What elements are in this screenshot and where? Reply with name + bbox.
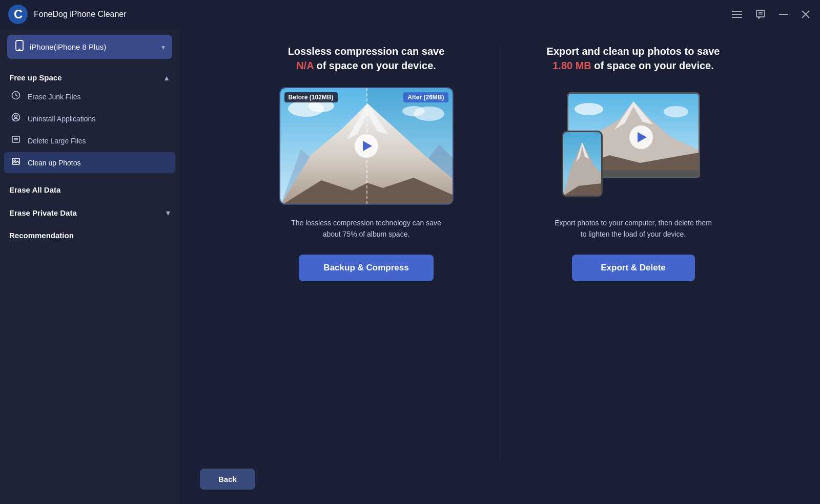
play-button[interactable]	[355, 134, 378, 158]
minimize-button[interactable]	[777, 12, 790, 17]
card-export-delete: Export and clean up photos to save 1.80 …	[521, 44, 746, 281]
sidebar-item-delete-large-label: Delete Large Files	[28, 137, 86, 145]
section-recommendation-title: Recommendation	[9, 231, 74, 240]
device-name: iPhone(iPhone 8 Plus)	[30, 43, 161, 51]
device-icon	[14, 40, 25, 54]
svg-text:C: C	[14, 7, 23, 21]
device-mockup-container	[546, 87, 721, 205]
phone-mockup	[562, 131, 603, 197]
section-free-up-space: Free up Space ▲ Erase Junk Files	[0, 67, 179, 174]
section-free-up-space-title: Free up Space	[9, 73, 62, 82]
close-button[interactable]	[799, 8, 812, 20]
right-card-title: Export and clean up photos to save 1.80 …	[547, 44, 720, 73]
sidebar: iPhone(iPhone 8 Plus) ▾ Free up Space ▲ …	[0, 29, 179, 504]
left-title-part2: of space on your device.	[316, 60, 436, 71]
chat-button[interactable]	[753, 7, 768, 22]
main-content: Lossless compression can save N/A of spa…	[179, 29, 820, 504]
list-icon	[10, 135, 22, 146]
photo-icon	[10, 157, 22, 169]
section-free-up-space-arrow: ▲	[163, 74, 170, 82]
cards-row: Lossless compression can save N/A of spa…	[200, 44, 799, 461]
export-delete-button[interactable]: Export & Delete	[572, 255, 695, 281]
sidebar-item-erase-junk-label: Erase Junk Files	[28, 93, 80, 101]
phone-mountain-svg	[563, 132, 601, 196]
sidebar-item-erase-junk[interactable]: Erase Junk Files	[4, 86, 175, 107]
play-triangle-icon	[363, 141, 372, 151]
app-title: FoneDog iPhone Cleaner	[34, 10, 127, 19]
after-label: After (26MB)	[403, 92, 448, 102]
sidebar-section-erase-private[interactable]: Erase Private Data ▾	[0, 201, 179, 222]
svg-point-15	[15, 115, 17, 118]
phone-screen	[563, 132, 601, 196]
device-selector[interactable]: iPhone(iPhone 8 Plus) ▾	[7, 35, 172, 59]
svg-point-37	[664, 106, 688, 117]
right-play-triangle-icon	[638, 132, 647, 142]
svg-rect-16	[12, 136, 19, 142]
left-title-highlight: N/A	[296, 60, 314, 71]
person-circle-icon	[10, 113, 22, 124]
section-erase-private-arrow: ▾	[166, 208, 170, 218]
svg-point-36	[575, 103, 603, 115]
sidebar-item-clean-photos-label: Clean up Photos	[28, 159, 81, 167]
left-card-title: Lossless compression can save N/A of spa…	[288, 44, 445, 73]
sidebar-item-uninstall-label: Uninstall Applications	[28, 115, 95, 123]
card-divider	[500, 44, 500, 461]
device-selector-chevron: ▾	[161, 43, 165, 51]
card-backup-compress: Lossless compression can save N/A of spa…	[254, 44, 479, 281]
compression-image: Before (102MB) After (26MB)	[279, 87, 454, 205]
menu-button[interactable]	[730, 8, 744, 20]
right-title-part2: of space on your device.	[594, 60, 713, 71]
left-title-part1: Lossless compression can save	[288, 46, 445, 57]
before-label: Before (102MB)	[284, 92, 338, 102]
backup-compress-button[interactable]: Backup & Compress	[299, 255, 433, 281]
right-title-highlight: 1.80 MB	[552, 60, 591, 71]
back-button[interactable]: Back	[200, 469, 255, 490]
svg-point-31	[402, 106, 425, 116]
left-card-description: The lossless compression technology can …	[284, 217, 448, 240]
title-bar: C FoneDog iPhone Cleaner	[0, 0, 820, 29]
right-title-part1: Export and clean up photos to save	[547, 46, 720, 57]
sidebar-item-uninstall-apps[interactable]: Uninstall Applications	[4, 108, 175, 129]
right-card-description: Export photos to your computer, then del…	[551, 217, 715, 240]
app-logo: C	[8, 5, 28, 24]
app-body: iPhone(iPhone 8 Plus) ▾ Free up Space ▲ …	[0, 29, 820, 504]
window-controls	[730, 7, 812, 22]
sidebar-item-clean-photos[interactable]: Clean up Photos	[4, 152, 175, 173]
svg-rect-19	[12, 158, 19, 164]
sidebar-item-delete-large[interactable]: Delete Large Files	[4, 130, 175, 151]
section-erase-private-title: Erase Private Data	[9, 208, 77, 217]
section-erase-all-title: Erase All Data	[9, 185, 60, 194]
sidebar-section-recommendation[interactable]: Recommendation	[0, 224, 179, 244]
sidebar-section-erase-all[interactable]: Erase All Data	[0, 178, 179, 199]
section-free-up-space-header[interactable]: Free up Space ▲	[4, 67, 175, 86]
svg-rect-5	[756, 10, 765, 17]
bottom-bar: Back	[200, 461, 799, 494]
right-play-button[interactable]	[629, 125, 653, 149]
clock-icon	[10, 91, 22, 102]
